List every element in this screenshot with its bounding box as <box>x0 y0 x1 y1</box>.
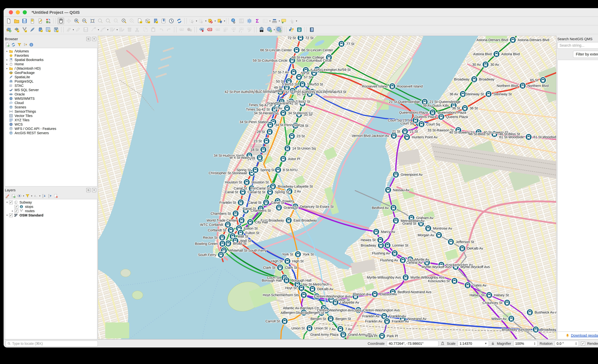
labeling-options-icon[interactable]: ab <box>199 26 205 33</box>
select-features-icon-dropdown[interactable]: ▾ <box>196 19 197 22</box>
magnifier-value[interactable]: 100%▲▼ <box>513 340 538 347</box>
rotation-value[interactable]: 0.0 °▲▼ <box>555 340 579 347</box>
digitize-icon-dropdown[interactable]: ▾ <box>98 28 99 31</box>
select-by-value-icon-dropdown[interactable]: ▾ <box>205 19 207 22</box>
map-tips-icon[interactable] <box>281 17 287 24</box>
browser-item-favorites[interactable]: Favorites <box>5 53 97 58</box>
close-window-button[interactable] <box>9 10 13 14</box>
collapse-all-icon[interactable] <box>47 193 52 199</box>
new-vector-icon[interactable]: * <box>53 26 59 33</box>
browser-item-xyz-tiles[interactable]: XYZ Tiles <box>5 118 97 122</box>
expander-icon[interactable]: ▸ <box>10 209 15 213</box>
minimize-window-button[interactable] <box>16 10 20 14</box>
expander-icon[interactable]: ▸ <box>5 50 9 53</box>
expander-icon[interactable]: ▸ <box>5 63 9 66</box>
locator-input[interactable]: Type to locate (⌘K) <box>6 340 98 347</box>
map-canvas[interactable]: 72 St72 St66 St-Lincoln Center66 St-Linc… <box>98 36 556 339</box>
new-layout-icon[interactable] <box>29 17 36 24</box>
filter-legend-icon-dropdown[interactable]: ▾ <box>31 194 32 197</box>
browser-collapse-icon[interactable] <box>23 42 28 47</box>
layer-item-subway[interactable]: ▾✓Subway <box>5 200 97 205</box>
add-virtual-layer-icon[interactable]: * <box>45 26 51 33</box>
layer-checkbox[interactable]: ✓ <box>15 209 18 213</box>
new-map-view-icon[interactable]: * <box>136 17 143 24</box>
add-raster-icon[interactable]: * <box>37 26 44 33</box>
browser-close-button[interactable]: ✕ <box>92 37 96 41</box>
coordinate-value[interactable]: 40.77264°, -73.98601° <box>387 340 439 347</box>
expander-icon[interactable]: ▸ <box>5 58 9 61</box>
attributes-icon-dropdown[interactable]: ▾ <box>269 19 271 22</box>
style-manager-icon[interactable]: a <box>45 17 51 24</box>
browser-refresh-icon[interactable] <box>11 42 16 47</box>
python-console-icon[interactable] <box>288 26 295 33</box>
layer-item-stops[interactable]: ✓stops <box>5 205 97 209</box>
zoom-in-icon[interactable] <box>73 17 80 24</box>
current-edits-icon-dropdown[interactable]: ▾ <box>73 28 74 31</box>
layer-checkbox[interactable]: ✓ <box>9 214 13 217</box>
expander-icon[interactable]: ▾ <box>5 214 9 217</box>
browser-item-macintosh-hd[interactable]: ▸/ (Macintosh HD) <box>5 66 97 71</box>
deselect-features-icon-dropdown[interactable]: ▾ <box>215 19 216 22</box>
browser-item-arcgis-rest-servers[interactable]: ArcGIS REST Servers <box>5 131 97 135</box>
identify-features-icon[interactable]: i <box>230 17 237 24</box>
map-themes-icon[interactable] <box>17 193 22 199</box>
deselect-features-icon[interactable] <box>207 17 214 24</box>
render-checkbox[interactable]: ✓ <box>581 341 585 346</box>
layers-float-button[interactable]: ⧉ <box>86 188 91 192</box>
browser-add-layer-icon[interactable] <box>5 42 10 47</box>
browser-item-spatial-bookmarks[interactable]: ▸Spatial Bookmarks <box>5 58 97 62</box>
browser-item-wfs-ogc-api-features[interactable]: WFS / OGC API - Features <box>5 126 97 131</box>
browser-item-stac[interactable]: STAC <box>5 83 97 88</box>
browser-item-spatialite[interactable]: SpatiaLite <box>5 75 97 79</box>
browser-item-oracle[interactable]: Oracle <box>5 92 97 96</box>
diagram-options-icon[interactable]: abc <box>206 26 213 33</box>
new-spatialite-icon[interactable] <box>29 26 36 33</box>
remove-layer-icon[interactable] <box>53 193 58 199</box>
lock-icon[interactable] <box>491 341 495 346</box>
zoom-full-icon[interactable] <box>89 17 96 24</box>
browser-filter-icon[interactable] <box>17 42 22 47</box>
add-group-icon[interactable] <box>11 193 16 199</box>
select-by-location-icon-dropdown[interactable]: ▾ <box>224 19 225 22</box>
select-by-location-icon[interactable] <box>216 17 223 24</box>
maximize-window-button[interactable] <box>23 10 27 14</box>
gtfs-plugin-icon[interactable] <box>296 26 303 33</box>
browser-float-button[interactable]: ⧉ <box>86 37 91 41</box>
browser-item-ms-sql-server[interactable]: MS SQL Server <box>5 88 97 92</box>
save-project-icon[interactable] <box>21 17 28 24</box>
new-shapefile-icon[interactable]: * <box>21 26 28 33</box>
zoom-last-icon[interactable] <box>121 17 127 24</box>
browser-item-wcs[interactable]: WCS <box>5 122 97 126</box>
osm-place-search-icon[interactable] <box>258 26 265 33</box>
download-geodata-link[interactable]: Download geodata <box>571 333 598 338</box>
map-themes-icon-dropdown[interactable]: ▾ <box>23 194 24 197</box>
add-vector-layer-icon[interactable]: * <box>13 26 20 33</box>
browser-item-sensorthings[interactable]: SensorThings <box>5 109 97 114</box>
help-icon[interactable]: ? <box>308 26 315 33</box>
qms-search-icon[interactable] <box>275 26 282 33</box>
modify-attributes-icon-dropdown[interactable]: ▾ <box>116 28 118 31</box>
statistics-icon[interactable]: Σ <box>254 17 261 24</box>
layer-checkbox[interactable]: ✓ <box>9 200 13 204</box>
layer-item-osm-standard[interactable]: ▾✓OSM Standard <box>5 213 97 217</box>
qms-add-layer-icon-dropdown[interactable]: ▾ <box>274 28 275 31</box>
vertex-tool-icon-dropdown[interactable]: ▾ <box>107 28 108 31</box>
filter-expression-icon-dropdown[interactable]: ▾ <box>39 194 41 197</box>
browser-item-postgresql[interactable]: PostgreSQL <box>5 79 97 83</box>
layout-manager-icon[interactable] <box>37 17 44 24</box>
filter-legend-icon[interactable] <box>25 193 30 199</box>
new-3d-map-view-icon[interactable]: * <box>144 17 151 24</box>
extents-icon[interactable] <box>440 341 445 346</box>
layer-checkbox[interactable]: ✓ <box>15 205 18 208</box>
layers-close-button[interactable]: ✕ <box>92 188 96 192</box>
actions-icon-dropdown[interactable]: ▾ <box>296 19 297 22</box>
data-source-manager-icon[interactable] <box>5 26 12 33</box>
new-project-icon[interactable] <box>5 17 12 24</box>
filter-expression-icon[interactable]: ε <box>33 193 38 199</box>
layer-styling-icon[interactable] <box>5 193 10 199</box>
new-bookmark-icon[interactable]: * <box>152 17 159 24</box>
expander-icon[interactable]: ▸ <box>5 67 9 70</box>
scale-value[interactable]: 1:14370▼ <box>457 340 489 347</box>
zoom-out-icon[interactable] <box>81 17 88 24</box>
refresh-map-icon[interactable] <box>176 17 183 24</box>
